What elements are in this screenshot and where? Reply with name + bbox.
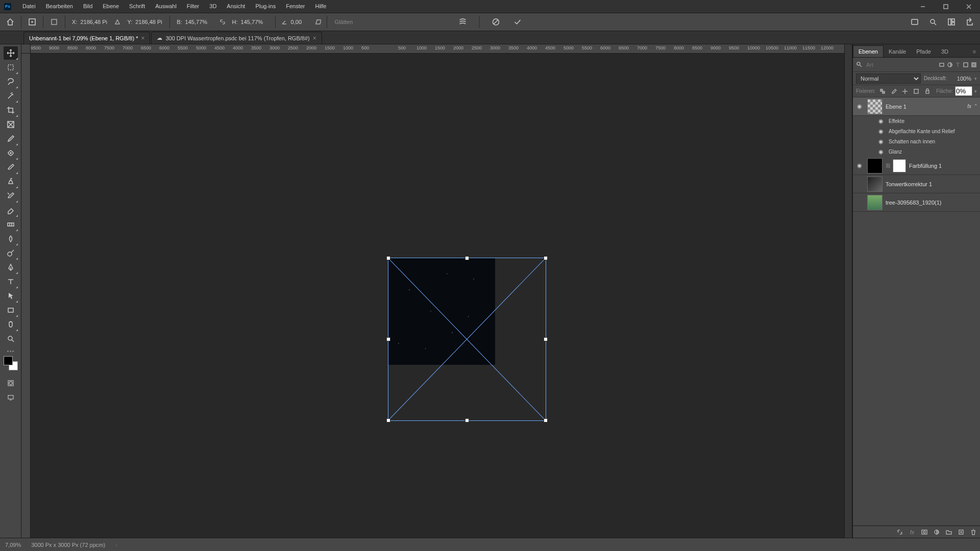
layer-mask-thumbnail[interactable] <box>893 159 906 172</box>
h-input[interactable] <box>241 19 272 25</box>
pen-tool[interactable] <box>4 261 18 274</box>
status-chevron-icon[interactable]: › <box>115 542 117 548</box>
foreground-color-swatch[interactable] <box>4 356 13 365</box>
search-button[interactable] <box>926 15 940 29</box>
layer-thumbnail[interactable] <box>867 99 883 114</box>
share-button[interactable] <box>963 15 977 29</box>
filter-type-icon[interactable]: T <box>955 60 961 69</box>
layer-thumbnail[interactable] <box>867 177 883 192</box>
visibility-toggle-icon[interactable]: ◉ <box>878 128 886 135</box>
visibility-toggle-icon[interactable]: ◉ <box>855 103 864 110</box>
transform-ref-point-button[interactable] <box>25 15 39 29</box>
effect-row-satin[interactable]: ◉ Glanz <box>853 146 980 157</box>
layer-name[interactable]: Tonwertkorrektur 1 <box>886 181 978 187</box>
dodge-tool[interactable] <box>4 246 18 260</box>
menu-3d[interactable]: 3D <box>204 0 222 13</box>
lasso-tool[interactable] <box>4 75 18 88</box>
cancel-transform-button[interactable] <box>489 15 503 29</box>
zoom-tool[interactable] <box>4 332 18 345</box>
link-wh-icon[interactable] <box>219 18 226 26</box>
eyedropper-tool[interactable] <box>4 132 18 145</box>
transform-handle-bm[interactable] <box>465 418 469 422</box>
crop-tool[interactable] <box>4 104 18 117</box>
visibility-toggle-icon[interactable]: ◉ <box>855 162 864 169</box>
delete-layer-icon[interactable] <box>969 528 978 537</box>
fill-dropdown-icon[interactable]: ▾ <box>974 89 977 94</box>
document-tab-1[interactable]: Unbenannt-1 bei 7,09% (Ebene 1, RGB/8) *… <box>23 32 150 44</box>
opacity-input[interactable] <box>950 76 971 82</box>
layer-filter-input[interactable] <box>866 62 937 68</box>
menu-ebene[interactable]: Ebene <box>97 0 124 13</box>
document-tab-2[interactable]: ☁ 300 DPI Wassertropfen.psdc bei 117% (T… <box>151 32 322 44</box>
home-button[interactable] <box>3 15 17 29</box>
effects-header-row[interactable]: ◉ Effekte <box>853 116 980 126</box>
panel-tab-3d[interactable]: 3D <box>936 46 953 57</box>
menu-fenster[interactable]: Fenster <box>281 0 310 13</box>
document-info[interactable]: 3000 Px x 3000 Px (72 ppcm) <box>31 542 105 548</box>
window-maximize-button[interactable] <box>934 0 957 13</box>
move-tool[interactable] <box>4 46 18 60</box>
menu-hilfe[interactable]: Hilfe <box>310 0 331 13</box>
transform-handle-bl[interactable] <box>386 418 390 422</box>
collapse-effects-icon[interactable]: ⌃ <box>973 103 978 110</box>
close-tab-icon[interactable]: × <box>313 35 316 42</box>
transform-handle-ml[interactable] <box>386 337 390 341</box>
group-layers-icon[interactable] <box>944 528 953 537</box>
delta-icon[interactable] <box>114 18 121 26</box>
window-close-button[interactable] <box>957 0 980 13</box>
panel-tab-ebenen[interactable]: Ebenen <box>853 45 884 57</box>
menu-ansicht[interactable]: Ansicht <box>222 0 250 13</box>
visibility-toggle-icon[interactable]: ◉ <box>878 118 886 124</box>
edit-toolbar-button[interactable] <box>7 350 14 352</box>
layer-thumbnail[interactable] <box>867 195 883 210</box>
window-minimize-button[interactable] <box>911 0 934 13</box>
collapsed-panel-dock[interactable] <box>844 44 852 538</box>
layer-thumbnail[interactable] <box>867 158 883 173</box>
transform-handle-tm[interactable] <box>465 256 469 260</box>
lock-transparency-icon[interactable] <box>878 87 887 95</box>
zoom-level[interactable]: 7,09% <box>5 542 21 548</box>
x-input[interactable] <box>80 19 111 25</box>
new-layer-icon[interactable] <box>957 528 966 537</box>
w-input[interactable] <box>185 19 216 25</box>
angle-input[interactable] <box>291 19 311 25</box>
path-selection-tool[interactable] <box>4 289 18 303</box>
vertical-ruler[interactable] <box>21 44 31 538</box>
layer-row-ebene1[interactable]: ◉ Ebene 1 fx ⌃ <box>853 97 980 116</box>
hand-tool[interactable] <box>4 318 18 331</box>
eraser-tool[interactable] <box>4 204 18 217</box>
canvas-area[interactable]: 9500900085008000750070006500600055005000… <box>21 44 844 538</box>
transform-handle-tr[interactable] <box>544 256 548 260</box>
brush-tool[interactable] <box>4 161 18 174</box>
menu-plugins[interactable]: Plug-ins <box>250 0 281 13</box>
ref-grid-button[interactable] <box>47 15 61 29</box>
link-layers-icon[interactable] <box>895 528 904 537</box>
menu-auswahl[interactable]: Auswahl <box>150 0 182 13</box>
blend-mode-select[interactable]: Normal <box>856 73 921 84</box>
transform-handle-tl[interactable] <box>386 256 390 260</box>
screen-mode-button[interactable] <box>6 393 15 402</box>
rectangle-tool[interactable] <box>4 304 18 317</box>
canvas-content[interactable] <box>31 54 844 538</box>
layer-row-tree-image[interactable]: tree-3095683_1920(1) <box>853 193 980 212</box>
panel-tab-kanaele[interactable]: Kanäle <box>884 46 911 57</box>
healing-brush-tool[interactable] <box>4 146 18 160</box>
quick-mask-button[interactable] <box>6 379 15 388</box>
horizontal-ruler[interactable]: 9500900085008000750070006500600055005000… <box>31 44 844 54</box>
clone-stamp-tool[interactable] <box>4 175 18 188</box>
gradient-tool[interactable] <box>4 218 18 231</box>
filter-smart-icon[interactable] <box>971 60 977 69</box>
lock-artboard-icon[interactable] <box>912 87 920 95</box>
layer-style-icon[interactable]: fx <box>908 528 917 537</box>
effect-row-bevel[interactable]: ◉ Abgeflachte Kante und Relief <box>853 126 980 136</box>
fx-badge[interactable]: fx <box>967 104 971 109</box>
frame-tool[interactable] <box>4 118 18 131</box>
cloud-docs-button[interactable] <box>908 15 922 29</box>
filter-pixel-icon[interactable] <box>939 60 945 69</box>
layer-row-tonwertkorrektur[interactable]: Tonwertkorrektur 1 <box>853 175 980 193</box>
lock-all-icon[interactable] <box>923 87 932 95</box>
filter-shape-icon[interactable] <box>963 60 969 69</box>
fill-input[interactable] <box>955 86 972 96</box>
commit-transform-button[interactable] <box>510 15 525 29</box>
layer-mask-icon[interactable] <box>920 528 929 537</box>
